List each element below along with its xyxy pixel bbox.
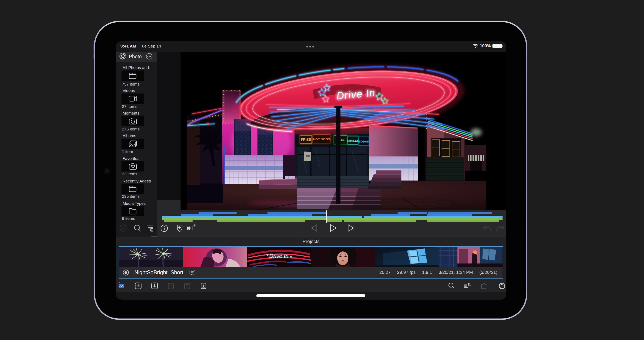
- svg-text:FRIES: FRIES: [301, 138, 311, 141]
- svg-text:SHAKES: SHAKES: [347, 139, 359, 142]
- svg-text:OK: OK: [306, 154, 310, 158]
- svg-text:a: a: [468, 282, 471, 287]
- svg-text:Drive In: Drive In: [270, 253, 289, 259]
- svg-text:SODAS: SODAS: [359, 140, 369, 143]
- svg-text:HOT DOGS: HOT DOGS: [313, 137, 330, 141]
